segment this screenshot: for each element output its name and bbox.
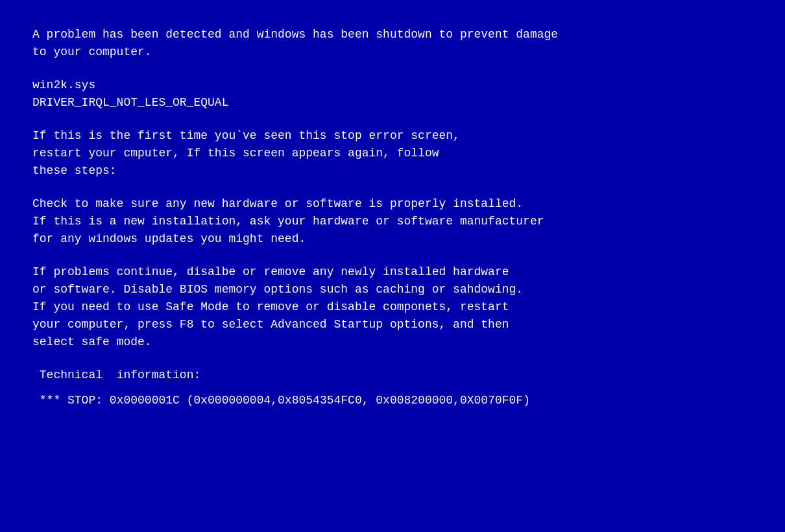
header-line2: to your computer. [32, 43, 753, 61]
first-time-line3: these steps: [32, 162, 753, 180]
if-problems-line2: or software. Disable BIOS memory options… [32, 281, 753, 298]
errorcode-text: DRIVER_IRQL_NOT_LES_OR_EQUAL [32, 94, 753, 112]
stop-section: *** STOP: 0x0000001C (0x000000004,0x8054… [32, 392, 753, 409]
first-time-line2: restart your cmputer, If this screen app… [32, 145, 753, 162]
header-line1: A problem has been detected and windows … [32, 26, 753, 43]
error-section: win2k.sys DRIVER_IRQL_NOT_LES_OR_EQUAL [32, 77, 753, 112]
technical-header: Technical information: [32, 367, 753, 384]
header-section: A problem has been detected and windows … [32, 26, 753, 61]
technical-section: Technical information: [32, 367, 753, 384]
bsod-screen: A problem has been detected and windows … [0, 0, 785, 532]
if-problems-line4: your computer, press F8 to select Advanc… [32, 316, 753, 333]
if-problems-line5: select safe mode. [32, 333, 753, 351]
first-time-line1: If this is the first time you`ve seen th… [32, 127, 753, 145]
if-problems-line3: If you need to use Safe Mode to remove o… [32, 298, 753, 316]
check-line1: Check to make sure any new hardware or s… [32, 195, 753, 213]
filename-text: win2k.sys [32, 77, 753, 94]
if-problems-section: If problems continue, disalbe or remove … [32, 263, 753, 351]
check-line2: If this is a new installation, ask your … [32, 213, 753, 230]
stop-line: *** STOP: 0x0000001C (0x000000004,0x8054… [32, 392, 753, 409]
if-problems-line1: If problems continue, disalbe or remove … [32, 263, 753, 281]
check-line3: for any windows updates you might need. [32, 230, 753, 248]
check-section: Check to make sure any new hardware or s… [32, 195, 753, 248]
first-time-section: If this is the first time you`ve seen th… [32, 127, 753, 180]
